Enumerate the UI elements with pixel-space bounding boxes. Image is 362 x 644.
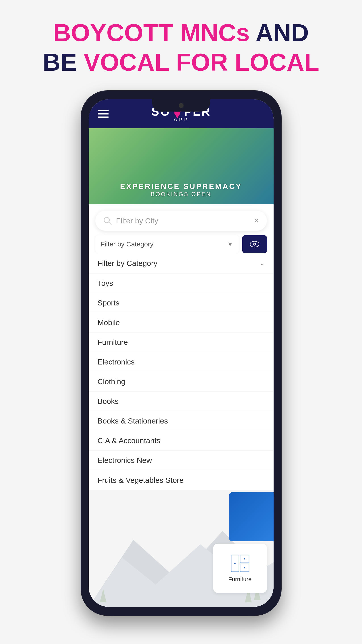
dropdown-menu-header[interactable]: Filter by Category ⌄: [89, 253, 274, 274]
dropdown-item-books-stationeries[interactable]: Books & Stationeries: [89, 411, 274, 431]
dropdown-item-furniture[interactable]: Furniture: [89, 332, 274, 352]
phone-screen: S O PER APP: [89, 99, 274, 607]
hamburger-icon[interactable]: [98, 110, 109, 118]
svg-marker-2: [174, 113, 181, 118]
dropdown-item-fruits-vegetables[interactable]: Fruits & Vegetables Store: [89, 470, 274, 490]
dropdown-item-clothing[interactable]: Clothing: [89, 372, 274, 392]
banner-text-line2: BOOKINGS OPEN: [151, 191, 211, 198]
content-area: Furniture: [89, 490, 274, 607]
furniture-card[interactable]: Furniture: [213, 544, 267, 593]
svg-line-14: [109, 222, 111, 224]
dropdown-item-label: Electronics: [98, 358, 135, 366]
svg-point-28: [244, 567, 245, 568]
filter-category-button[interactable]: Filter by Category ▼: [95, 235, 239, 253]
dropdown-item-label: C.A & Accountants: [98, 436, 161, 445]
dropdown-menu: Filter by Category ⌄ Toys Sports Mobile …: [89, 253, 274, 490]
furniture-label: Furniture: [228, 576, 251, 583]
dropdown-chevron-icon: ⌄: [259, 260, 265, 267]
dropdown-arrow-icon: ▼: [227, 240, 233, 248]
furniture-icon: [229, 554, 251, 574]
dropdown-item-electronics-new[interactable]: Electronics New: [89, 450, 274, 470]
search-close-button[interactable]: ×: [254, 216, 259, 226]
filter-category-label: Filter by Category: [101, 240, 154, 248]
search-icon: [103, 216, 112, 225]
right-peek-banner: [229, 492, 274, 541]
svg-point-27: [244, 558, 245, 560]
banner-text-line1: EXPERIENCE SUPREMACY: [120, 182, 242, 191]
dropdown-item-label: Furniture: [98, 338, 128, 346]
dropdown-item-ca-accountants[interactable]: C.A & Accountants: [89, 431, 274, 450]
eye-icon: [249, 240, 260, 248]
phone-frame: S O PER APP: [81, 90, 282, 616]
dropdown-item-label: Clothing: [98, 377, 126, 386]
dropdown-item-label: Electronics New: [98, 456, 152, 465]
eye-view-button[interactable]: [242, 235, 267, 253]
notch-dot: [179, 103, 183, 108]
search-placeholder-text: Filter by City: [116, 216, 254, 225]
filter-row: Filter by Category ▼: [95, 235, 267, 253]
dropdown-item-books[interactable]: Books: [89, 392, 274, 411]
dropdown-item-label: Toys: [98, 279, 113, 288]
word-boycott: BOYCOTT MNCs: [53, 19, 250, 46]
word-and: AND: [256, 19, 309, 46]
svg-point-26: [234, 562, 236, 564]
page-container: BOYCOTT MNCs AND BE VOCAL FOR LOCAL S: [0, 0, 362, 644]
word-vocal: VOCAL FOR LOCAL: [84, 48, 319, 76]
dropdown-item-electronics[interactable]: Electronics: [89, 352, 274, 372]
dropdown-header-label: Filter by Category: [98, 259, 259, 268]
headline: BOYCOTT MNCs AND BE VOCAL FOR LOCAL: [43, 18, 319, 77]
dropdown-item-label: Books: [98, 397, 119, 406]
dropdown-item-label: Fruits & Vegetables Store: [98, 476, 184, 484]
dropdown-item-toys[interactable]: Toys: [89, 274, 274, 293]
word-be: BE: [43, 48, 84, 76]
svg-point-17: [254, 244, 255, 245]
search-bar[interactable]: Filter by City ×: [95, 211, 267, 231]
dropdown-item-mobile[interactable]: Mobile: [89, 313, 274, 332]
dropdown-item-label: Sports: [98, 298, 120, 307]
dropdown-item-label: Books & Stationeries: [98, 416, 168, 425]
phone-notch: [152, 99, 210, 112]
dropdown-item-sports[interactable]: Sports: [89, 293, 274, 313]
dropdown-item-label: Mobile: [98, 318, 120, 327]
app-banner: EXPERIENCE SUPREMACY BOOKINGS OPEN: [89, 128, 274, 204]
